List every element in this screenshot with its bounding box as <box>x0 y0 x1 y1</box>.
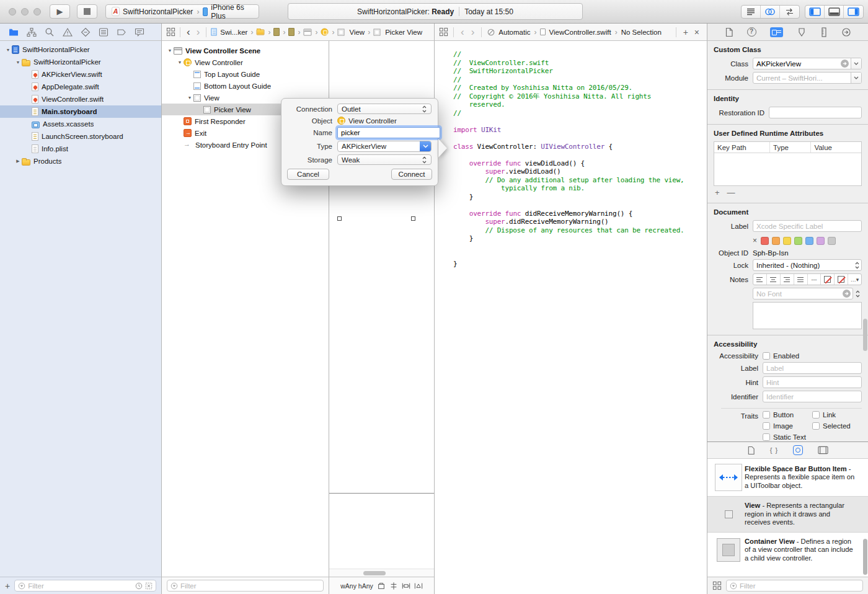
related-items-icon[interactable] <box>166 27 175 37</box>
breakpoint-navigator-icon[interactable] <box>117 27 126 37</box>
align-button[interactable] <box>389 582 398 590</box>
run-button[interactable]: ▶ <box>50 4 70 19</box>
trait-selected[interactable]: Selected <box>812 422 862 430</box>
document-label-field[interactable] <box>753 220 862 232</box>
recent-files-icon[interactable] <box>135 582 143 590</box>
color-swatch[interactable] <box>828 237 836 245</box>
no-border-icon[interactable] <box>835 274 848 285</box>
stop-button[interactable] <box>77 4 97 19</box>
code-line[interactable]: // ViewController.swift <box>453 59 707 68</box>
object-library-tab-icon[interactable] <box>793 445 803 455</box>
nav-item-launchscreen-storyboard[interactable]: LaunchScreen.storyboard <box>0 130 161 143</box>
breadcrumb-view[interactable]: View <box>349 29 365 36</box>
cancel-button[interactable]: Cancel <box>287 169 329 180</box>
identity-inspector-tab-icon[interactable] <box>770 27 783 37</box>
selection-handle[interactable] <box>337 216 342 221</box>
size-class-control[interactable]: wAny hAny <box>340 582 373 590</box>
toggle-navigator-button[interactable] <box>805 6 825 18</box>
scene-icon[interactable] <box>304 29 312 35</box>
checkbox[interactable] <box>812 422 820 430</box>
hint-input[interactable] <box>766 377 861 388</box>
checkbox[interactable] <box>812 411 820 419</box>
disclosure-triangle[interactable]: ▼ <box>176 60 184 64</box>
outline-item-view-controller[interactable]: ▼View Controller <box>162 56 329 68</box>
color-swatch[interactable] <box>772 237 780 245</box>
selection-handle[interactable] <box>411 216 415 221</box>
align-center-icon[interactable] <box>767 274 781 285</box>
trait-image[interactable]: Image <box>763 422 812 430</box>
close-window-button[interactable] <box>9 8 16 16</box>
localization-file-icon[interactable] <box>273 28 280 36</box>
media-library-tab-icon[interactable] <box>818 446 828 454</box>
library-scrollbar-thumb[interactable] <box>863 539 867 575</box>
nav-item-swifthorizontalpicker[interactable]: ▼SwiftHorizontalPicker <box>0 43 161 56</box>
nav-item-products[interactable]: ▶Products <box>0 155 161 167</box>
hint-field[interactable] <box>763 376 862 388</box>
font-input[interactable] <box>756 288 843 299</box>
identifier-input[interactable] <box>766 391 861 402</box>
outline-filter-field[interactable]: Filter <box>167 580 324 592</box>
code-line[interactable]: override func didReceiveMemoryWarning() … <box>453 210 707 218</box>
code-line[interactable]: super.viewDidLoad() <box>453 167 707 176</box>
grid-view-icon[interactable] <box>712 581 722 590</box>
jump-to-class-icon[interactable] <box>841 60 849 68</box>
toggle-debug-area-button[interactable] <box>825 6 844 18</box>
code-line[interactable]: super.didReceiveMemoryWarning() <box>453 218 707 226</box>
code-line[interactable]: typically from a nib. <box>453 184 707 193</box>
restoration-id-input[interactable] <box>773 107 861 118</box>
source-editor[interactable]: //// ViewController.swift// SwiftHorizon… <box>434 41 707 594</box>
disclosure-triangle[interactable]: ▼ <box>186 95 193 100</box>
related-items-icon[interactable] <box>439 27 448 37</box>
color-swatch[interactable] <box>794 237 802 245</box>
add-file-button[interactable]: + <box>5 582 10 590</box>
code-line[interactable]: // <box>453 76 707 84</box>
notes-format-control[interactable]: --- …▾ <box>753 273 862 285</box>
lock-select[interactable]: Inherited - (Nothing) <box>753 259 862 271</box>
inspector-scrollbar-thumb[interactable] <box>863 319 867 351</box>
code-line[interactable]: class ViewController: UIViewController { <box>453 143 707 151</box>
no-wrap-icon[interactable]: --- <box>808 274 822 285</box>
code-line[interactable]: // Copyright © 2016年 Yoshihisa Nitta. Al… <box>453 92 707 101</box>
code-line[interactable] <box>453 201 707 210</box>
code-line[interactable]: } <box>453 260 707 268</box>
code-snippet-library-tab-icon[interactable]: { } <box>770 446 778 454</box>
canvas-scrollbar-thumb[interactable] <box>363 571 386 575</box>
search-navigator-icon[interactable] <box>45 27 55 37</box>
nav-item-info-plist[interactable]: Info.plist <box>0 143 161 155</box>
report-navigator-icon[interactable] <box>135 27 144 37</box>
code-line[interactable]: // <box>453 109 707 118</box>
jumpbar-selection[interactable]: No Selection <box>621 29 662 36</box>
code-line[interactable]: override func viewDidLoad() { <box>453 159 707 168</box>
toggle-inspector-button[interactable] <box>844 6 863 18</box>
outline-item-bottom-layout-guide[interactable]: Bottom Layout Guide <box>162 80 329 92</box>
color-swatch[interactable] <box>783 237 791 245</box>
nav-item-akpickerview-swift[interactable]: AKPickerView.swift <box>0 68 161 81</box>
color-swatch[interactable] <box>761 237 769 245</box>
more-options-icon[interactable]: …▾ <box>848 274 861 285</box>
forward-button[interactable]: › <box>195 27 202 37</box>
disclosure-triangle[interactable]: ▶ <box>14 159 22 164</box>
breadcrumb-picker-view[interactable]: Picker View <box>385 29 422 36</box>
class-dropdown-button[interactable] <box>851 58 861 69</box>
library-item-container-view[interactable]: Container View - Defines a region of a v… <box>707 533 868 568</box>
add-assistant-editor-button[interactable]: + <box>682 28 689 37</box>
code-line[interactable] <box>453 117 707 126</box>
restoration-id-field[interactable] <box>769 107 862 118</box>
runtime-attributes-table[interactable]: Key Path Type Value <box>714 141 862 186</box>
module-field[interactable]: Current – SwiftHori... <box>753 72 862 84</box>
connection-select[interactable]: Outlet <box>337 104 432 114</box>
unsaved-files-icon[interactable] <box>145 582 153 590</box>
file-inspector-tab-icon[interactable] <box>725 27 733 37</box>
forward-button[interactable]: › <box>469 27 477 37</box>
stack-button[interactable] <box>377 582 386 590</box>
code-line[interactable] <box>453 251 707 260</box>
library-item-flexible-space-bar-button-item[interactable]: Flexible Space Bar Button Item - Represe… <box>707 459 868 496</box>
code-line[interactable]: // Dispose of any resources that can be … <box>453 226 707 235</box>
folder-icon[interactable] <box>257 29 265 35</box>
attributes-inspector-tab-icon[interactable] <box>797 27 807 37</box>
scheme-selector[interactable]: A SwiftHorizontalPicker › iPhone 6s Plus <box>105 4 259 19</box>
file-template-library-tab-icon[interactable] <box>747 446 755 455</box>
nav-item-swifthorizontalpicker[interactable]: ▼SwiftHorizontalPicker <box>0 56 161 68</box>
close-assistant-editor-button[interactable]: × <box>693 28 701 37</box>
version-editor-button[interactable] <box>780 6 799 18</box>
